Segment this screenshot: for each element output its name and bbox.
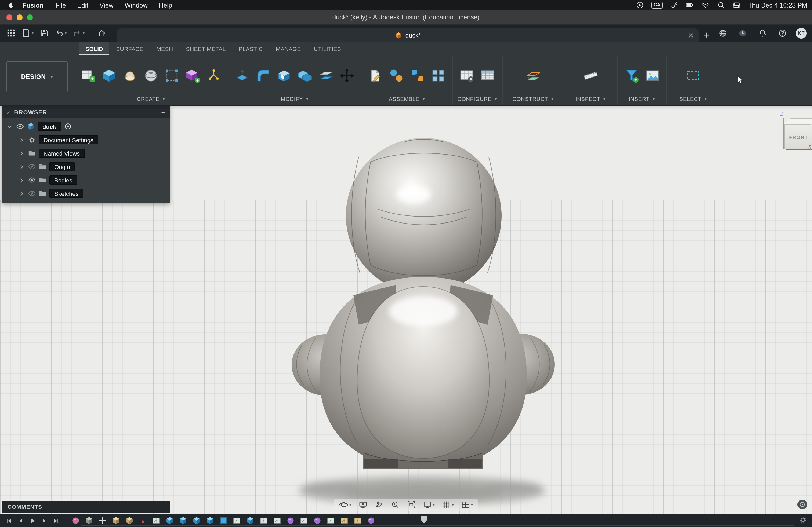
- duck-body[interactable]: [320, 277, 527, 469]
- browser-node-label[interactable]: Document Settings: [39, 135, 98, 144]
- browser-node-label[interactable]: Origin: [49, 162, 75, 171]
- wifi-icon[interactable]: [701, 1, 709, 9]
- ribbon-tab-utilities[interactable]: UTILITIES: [308, 42, 347, 55]
- comments-bar[interactable]: COMMENTS +: [2, 501, 170, 512]
- timeline-track[interactable]: [81, 525, 794, 526]
- browser-node-label[interactable]: duck: [38, 122, 61, 131]
- create-sketch-tool[interactable]: [79, 66, 97, 85]
- timeline-feature-15[interactable]: [259, 516, 268, 525]
- ribbon-tab-sheet-metal[interactable]: SHEET METAL: [180, 42, 231, 55]
- apple-menu-icon[interactable]: [8, 2, 14, 9]
- search-icon[interactable]: [717, 1, 725, 9]
- menu-file[interactable]: File: [56, 1, 66, 9]
- extensions-button[interactable]: [716, 27, 729, 39]
- viewports-button[interactable]: ▾: [459, 500, 475, 510]
- ribbon-tab-plastic[interactable]: PLASTIC: [233, 42, 269, 55]
- timeline-feature-20[interactable]: [327, 516, 335, 525]
- battery-icon[interactable]: [686, 1, 694, 9]
- rigid-group-tool[interactable]: [429, 66, 447, 85]
- ribbon-tab-manage[interactable]: MANAGE: [270, 42, 307, 55]
- chevron-right-icon[interactable]: [18, 137, 25, 143]
- zoom-button[interactable]: [389, 500, 401, 510]
- menubar-clock[interactable]: Thu Dec 4 10:23 PM: [748, 1, 807, 9]
- home-button[interactable]: [95, 27, 108, 39]
- canvas-tool[interactable]: [643, 66, 661, 85]
- chevron-right-icon[interactable]: [18, 163, 25, 170]
- timeline-feature-1[interactable]: [71, 516, 80, 525]
- shell-tool[interactable]: [275, 66, 293, 85]
- ribbon-tab-mesh[interactable]: MESH: [150, 42, 179, 55]
- chevron-right-icon[interactable]: [18, 177, 25, 183]
- eye-hidden-icon[interactable]: [28, 163, 36, 171]
- browser-node-label[interactable]: Named Views: [39, 149, 85, 158]
- eye-visible-icon[interactable]: [28, 176, 36, 184]
- timeline-feature-4[interactable]: [112, 516, 120, 525]
- playback-icon[interactable]: [636, 1, 644, 9]
- user-avatar[interactable]: KT: [796, 28, 807, 39]
- document-tab[interactable]: duck*: [395, 31, 421, 39]
- ribbon-group-label-create[interactable]: CREATE▾: [137, 96, 165, 102]
- duck-model[interactable]: [278, 124, 568, 514]
- timeline-feature-8[interactable]: [165, 516, 174, 525]
- ribbon-tab-surface[interactable]: SURFACE: [110, 42, 149, 55]
- timeline-feature-12[interactable]: [219, 516, 228, 525]
- minimize-window-button[interactable]: [17, 14, 23, 20]
- viewport-canvas[interactable]: Z FRONT X « BROWSER – duckDocument Setti…: [0, 105, 812, 514]
- new-document-button[interactable]: [703, 28, 710, 42]
- ribbon-group-label-select[interactable]: SELECT▾: [679, 96, 707, 102]
- menu-edit[interactable]: Edit: [77, 1, 88, 9]
- undo-button[interactable]: ▾: [52, 27, 69, 39]
- notifications-button[interactable]: [756, 27, 769, 39]
- menu-window[interactable]: Window: [125, 1, 147, 9]
- browser-node-label[interactable]: Sketches: [49, 189, 84, 198]
- step-forward-button[interactable]: [40, 516, 49, 525]
- browser-row-sketches[interactable]: Sketches: [2, 187, 170, 200]
- menu-help[interactable]: Help: [159, 1, 172, 9]
- as-built-joint-tool[interactable]: [408, 66, 426, 85]
- press-pull-tool[interactable]: [233, 66, 251, 85]
- derive-tool[interactable]: [205, 66, 223, 85]
- timeline-feature-16[interactable]: [273, 516, 281, 525]
- save-button[interactable]: [37, 27, 51, 39]
- skip-end-button[interactable]: [52, 516, 61, 525]
- joint-tool[interactable]: [387, 66, 405, 85]
- configuration-table-tool[interactable]: [479, 66, 497, 85]
- pattern-tool[interactable]: [163, 66, 181, 85]
- look-at-button[interactable]: [357, 500, 369, 510]
- play-button[interactable]: [28, 516, 37, 525]
- move-tool[interactable]: [338, 66, 356, 85]
- timeline-feature-22[interactable]: [353, 516, 362, 525]
- ribbon-group-label-modify[interactable]: MODIFY▾: [281, 96, 308, 102]
- timeline-feature-23[interactable]: [367, 516, 375, 525]
- add-comment-icon[interactable]: +: [160, 502, 164, 511]
- browser-row-document-settings[interactable]: Document Settings: [2, 133, 170, 147]
- browser-row-origin[interactable]: Origin: [2, 160, 170, 174]
- chevron-right-icon[interactable]: [18, 150, 25, 156]
- revolve-tool[interactable]: [142, 66, 160, 85]
- ribbon-group-label-construct[interactable]: CONSTRUCT▾: [512, 96, 554, 102]
- workspace-selector[interactable]: DESIGN▾: [6, 61, 68, 92]
- app-menu-fusion[interactable]: Fusion: [23, 1, 44, 9]
- timeline-feature-6[interactable]: [139, 516, 147, 525]
- collapse-panel-icon[interactable]: «: [6, 109, 10, 115]
- measure-tool[interactable]: [581, 66, 599, 85]
- redo-button[interactable]: ▾: [70, 27, 87, 39]
- grid-snaps-button[interactable]: ▾: [440, 500, 455, 510]
- apps-grid-button[interactable]: [4, 27, 18, 39]
- browser-row-named-views[interactable]: Named Views: [2, 147, 170, 160]
- chevron-down-icon[interactable]: [6, 123, 13, 130]
- orbit-button[interactable]: ▾: [337, 500, 353, 510]
- configure-tool[interactable]: [458, 66, 476, 85]
- control-center-icon[interactable]: [733, 1, 741, 9]
- timeline-feature-17[interactable]: [286, 516, 295, 525]
- timeline-playhead[interactable]: [421, 516, 427, 523]
- timeline-feature-7[interactable]: [152, 516, 161, 525]
- assistant-button[interactable]: [797, 499, 808, 510]
- timeline-feature-10[interactable]: [192, 516, 201, 525]
- browser-row-bodies[interactable]: Bodies: [2, 174, 170, 187]
- passwords-icon[interactable]: [670, 1, 678, 9]
- insert-mesh-tool[interactable]: [622, 66, 640, 85]
- duck-head[interactable]: [346, 138, 502, 293]
- chevron-right-icon[interactable]: [18, 190, 25, 197]
- browser-row-duck[interactable]: duck: [2, 120, 170, 133]
